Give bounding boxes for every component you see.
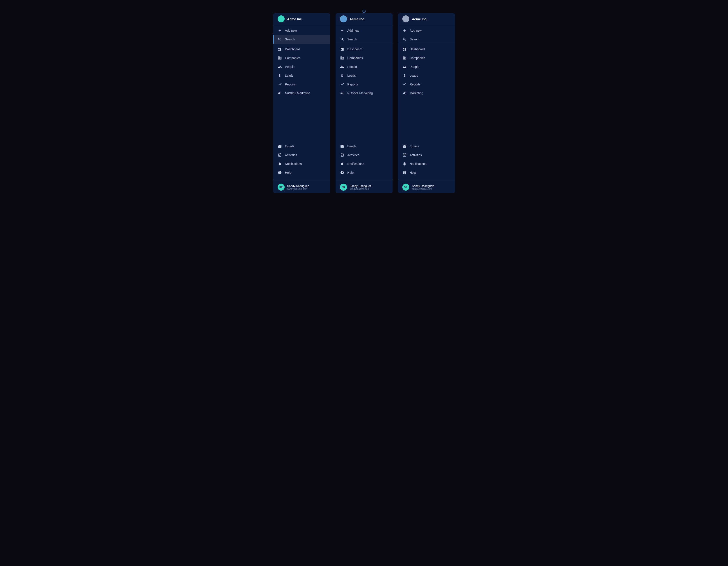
nav-item-people[interactable]: People: [336, 62, 393, 71]
nav-label-notifications: Notifications: [285, 162, 302, 166]
nav-item-reports[interactable]: Reports: [273, 80, 330, 89]
nav-label-companies: Companies: [347, 56, 363, 60]
brand-avatar: [278, 15, 285, 22]
help-icon: [340, 170, 344, 175]
nav-label-search: Search: [285, 38, 295, 41]
dashboard-icon: [278, 47, 282, 51]
nav-item-search[interactable]: Search: [336, 35, 393, 44]
nav-label-companies: Companies: [410, 56, 425, 60]
nav-label-people: People: [410, 65, 419, 69]
divider-bottom: [398, 180, 455, 180]
reports-icon: [340, 82, 344, 87]
nav-item-leads[interactable]: Leads: [336, 71, 393, 80]
panels-wrapper: ⚙ Acme Inc.Add newSearchDashboardCompani…: [273, 7, 455, 193]
people-icon: [278, 65, 282, 69]
spacer: [273, 98, 330, 142]
notifications-icon: [278, 162, 282, 166]
search-icon: [278, 37, 282, 42]
divider-middle: [336, 44, 393, 44]
companies-icon: [278, 56, 282, 60]
nav-label-reports: Reports: [285, 83, 296, 86]
notifications-icon: [402, 162, 407, 166]
user-row[interactable]: SRSandy Rodriguezsandy@acme.com: [273, 181, 330, 193]
brand-row[interactable]: Acme Inc.: [336, 13, 393, 25]
nav-item-help[interactable]: Help: [398, 168, 455, 177]
nav-label-dashboard: Dashboard: [347, 47, 363, 51]
divider-bottom: [336, 180, 393, 180]
spacer: [398, 98, 455, 142]
nav-item-search[interactable]: Search: [273, 35, 330, 44]
nav-item-search[interactable]: Search: [398, 35, 455, 44]
nav-item-emails[interactable]: Emails: [336, 142, 393, 151]
nav-label-notifications: Notifications: [347, 162, 364, 166]
nav-label-help: Help: [347, 171, 354, 174]
leads-icon: [402, 73, 407, 78]
email-icon: [402, 144, 407, 148]
people-icon: [340, 65, 344, 69]
nav-item-emails[interactable]: Emails: [398, 142, 455, 151]
companies-icon: [402, 56, 407, 60]
nav-item-notifications[interactable]: Notifications: [398, 159, 455, 168]
nav-label-dashboard: Dashboard: [285, 47, 300, 51]
brand-row[interactable]: Acme Inc.: [273, 13, 330, 25]
brand-name: Acme Inc.: [287, 17, 303, 21]
nav-label-activities: Activities: [347, 153, 359, 157]
brand-avatar: [340, 15, 347, 22]
email-icon: [278, 144, 282, 148]
bottom-section: EmailsActivitiesNotificationsHelp: [336, 142, 393, 180]
nav-item-add-new[interactable]: Add new: [273, 26, 330, 35]
divider-top: [336, 25, 393, 25]
people-icon: [402, 65, 407, 69]
nav-item-dashboard[interactable]: Dashboard: [273, 45, 330, 54]
divider-bottom: [273, 180, 330, 180]
nav-item-add-new[interactable]: Add new: [398, 26, 455, 35]
nav-item-nutshell-marketing[interactable]: Nutshell Marketing: [273, 89, 330, 98]
plus-icon: [402, 28, 407, 33]
user-row[interactable]: SRSandy Rodriguezsandy@acme.com: [398, 181, 455, 193]
nav-item-reports[interactable]: Reports: [398, 80, 455, 89]
nav-label-marketing: Marketing: [410, 91, 423, 95]
brand-row[interactable]: Acme Inc.: [398, 13, 455, 25]
nav-item-leads[interactable]: Leads: [273, 71, 330, 80]
nav-item-activities[interactable]: Activities: [398, 151, 455, 159]
brand-avatar: [402, 15, 409, 22]
nav-item-emails[interactable]: Emails: [273, 142, 330, 151]
nav-label-emails: Emails: [285, 145, 294, 148]
nav-label-nutshell-marketing: Nutshell Marketing: [285, 91, 311, 95]
user-email: sandy@acme.com: [350, 188, 372, 190]
nav-item-notifications[interactable]: Notifications: [336, 159, 393, 168]
user-avatar: SR: [340, 184, 347, 191]
divider-middle: [398, 44, 455, 44]
search-icon: [340, 37, 344, 42]
user-info: Sandy Rodriguezsandy@acme.com: [350, 184, 372, 190]
divider-middle: [273, 44, 330, 44]
activities-icon: [278, 153, 282, 157]
nav-label-reports: Reports: [410, 83, 421, 86]
nav-item-help[interactable]: Help: [273, 168, 330, 177]
nav-item-notifications[interactable]: Notifications: [273, 159, 330, 168]
leads-icon: [340, 73, 344, 78]
user-row[interactable]: SRSandy Rodriguezsandy@acme.com: [336, 181, 393, 193]
nav-label-activities: Activities: [410, 153, 422, 157]
nav-item-activities[interactable]: Activities: [273, 151, 330, 159]
nav-item-people[interactable]: People: [398, 62, 455, 71]
sidebar-1: Acme Inc.Add newSearchDashboardCompanies…: [273, 13, 330, 193]
nav-label-leads: Leads: [347, 74, 356, 77]
nav-item-companies[interactable]: Companies: [398, 54, 455, 62]
nav-label-search: Search: [410, 38, 419, 41]
nav-item-dashboard[interactable]: Dashboard: [398, 45, 455, 54]
nav-item-activities[interactable]: Activities: [336, 151, 393, 159]
nav-label-people: People: [285, 65, 295, 69]
nav-item-companies[interactable]: Companies: [273, 54, 330, 62]
nav-item-people[interactable]: People: [273, 62, 330, 71]
nav-item-add-new[interactable]: Add new: [336, 26, 393, 35]
nav-item-nutshell-marketing[interactable]: Nutshell Marketing: [336, 89, 393, 98]
nav-item-dashboard[interactable]: Dashboard: [336, 45, 393, 54]
nav-item-reports[interactable]: Reports: [336, 80, 393, 89]
nav-item-marketing[interactable]: Marketing: [398, 89, 455, 98]
activities-icon: [340, 153, 344, 157]
nav-item-leads[interactable]: Leads: [398, 71, 455, 80]
nav-item-help[interactable]: Help: [336, 168, 393, 177]
nav-label-leads: Leads: [410, 74, 418, 77]
nav-item-companies[interactable]: Companies: [336, 54, 393, 62]
